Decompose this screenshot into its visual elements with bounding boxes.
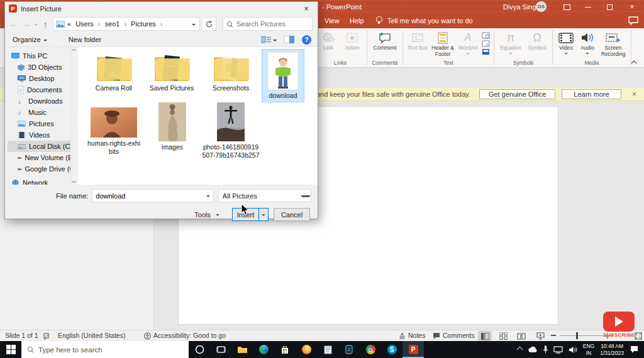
notice-close-icon[interactable]: × <box>632 90 636 99</box>
file-name-combobox[interactable] <box>92 189 214 202</box>
skype-icon[interactable]: S <box>381 341 402 358</box>
learn-more-button[interactable]: Learn more <box>562 89 621 99</box>
cortana-button[interactable] <box>189 341 210 358</box>
breadcrumb-home[interactable]: « <box>67 20 71 28</box>
comments-bubble-icon[interactable] <box>628 16 638 25</box>
ribbon-display-options-button[interactable] <box>558 1 575 13</box>
action-center-icon[interactable] <box>630 345 639 354</box>
image-human-rights-exhibits[interactable]: human-rights-exhibits <box>85 107 143 156</box>
screen-recording-button[interactable]: Screen Recording <box>598 29 628 58</box>
tab-view[interactable]: View <box>325 17 340 24</box>
chrome-icon[interactable] <box>360 341 381 358</box>
dialog-close-button[interactable]: × <box>299 4 314 13</box>
avatar[interactable]: DS <box>536 1 547 12</box>
notes-toggle[interactable]: Notes <box>399 332 425 339</box>
clock-tray[interactable]: 10:48 AM 1/31/2023 <box>600 343 624 355</box>
dialog-titlebar[interactable]: P Insert Picture × <box>5 2 318 15</box>
breadcrumb-item[interactable]: Users <box>75 20 94 28</box>
comment-button[interactable]: Comment <box>370 29 400 52</box>
up-icon[interactable]: ↑ <box>40 19 50 29</box>
preview-pane-button[interactable] <box>284 36 294 43</box>
sidebar-item-local-disk-c[interactable]: Local Disk (C:) <box>8 141 77 152</box>
address-bar[interactable]: « Users › seo1 › Pictures › <box>53 17 200 31</box>
language-tray-indicator[interactable]: ENG IN <box>583 343 594 355</box>
get-genuine-office-button[interactable]: Get genuine Office <box>479 89 556 99</box>
accessibility-status[interactable]: Accessibility: Good to go <box>153 332 226 339</box>
dialog-search-box[interactable] <box>223 17 313 31</box>
close-window-button[interactable]: × <box>624 1 640 13</box>
help-button[interactable]: ? <box>302 35 311 45</box>
folder-screenshots[interactable]: Screenshots <box>204 53 257 92</box>
header-footer-button[interactable]: Header & Footer <box>430 29 456 58</box>
object-button[interactable] <box>482 48 490 55</box>
video-button[interactable]: Video <box>555 29 577 55</box>
account-name[interactable]: Divya Singh <box>503 3 540 11</box>
taskbar-search-box[interactable]: Type here to search <box>21 341 189 358</box>
reading-view-button[interactable] <box>514 331 528 341</box>
sidebar-scrollbar[interactable] <box>70 47 77 185</box>
spellcheck-icon[interactable] <box>43 332 51 340</box>
breadcrumb-item[interactable]: seo1 <box>105 20 120 28</box>
image-photo-1461800919507[interactable]: photo-1461800919507-79b16743b257 <box>201 102 261 160</box>
date-time-button[interactable] <box>482 32 490 39</box>
audio-button[interactable]: Audio <box>577 29 598 55</box>
sidebar-item-music[interactable]: ♪ Music <box>8 107 77 118</box>
change-view-button[interactable] <box>261 36 277 43</box>
sidebar-item-desktop[interactable]: Desktop <box>8 73 77 84</box>
search-input[interactable] <box>236 20 306 28</box>
start-button[interactable] <box>0 341 21 358</box>
speaker-icon[interactable] <box>569 346 577 354</box>
sidebar-item-google-drive-g[interactable]: Google Drive (G: <box>8 163 77 175</box>
file-name-input[interactable] <box>92 192 203 200</box>
folder-saved-pictures[interactable]: Saved Pictures <box>147 53 197 92</box>
slideshow-view-button[interactable] <box>533 331 547 341</box>
sidebar-item-3d-objects[interactable]: 3D Objects <box>8 62 77 73</box>
slide-sorter-view-button[interactable] <box>496 331 510 341</box>
tellme-box[interactable]: Tell me what you want to do <box>387 17 473 24</box>
hidden-icons-chevron[interactable] <box>516 347 523 353</box>
notepad-icon[interactable] <box>317 341 338 358</box>
task-view-button[interactable] <box>210 341 231 358</box>
cancel-button[interactable]: Cancel <box>274 208 310 221</box>
folder-camera-roll[interactable]: Camera Roll <box>89 53 139 92</box>
file-explorer-icon[interactable] <box>231 341 253 358</box>
file-type-dropdown[interactable]: All Pictures <box>218 189 311 202</box>
breadcrumb-item[interactable]: Pictures <box>131 20 156 28</box>
onedrive-cloud-icon[interactable] <box>528 347 538 353</box>
display-connect-icon[interactable] <box>553 346 563 354</box>
address-dropdown-icon[interactable] <box>192 24 196 26</box>
back-icon[interactable]: ← <box>9 19 19 29</box>
collapse-ribbon-button[interactable] <box>630 59 640 67</box>
sidebar-item-videos[interactable]: Videos <box>8 129 77 141</box>
new-folder-button[interactable]: New folder <box>69 36 102 43</box>
minimize-button[interactable] <box>580 1 596 13</box>
slide-number-button[interactable] <box>482 40 490 47</box>
microphone-icon[interactable] <box>543 345 548 354</box>
firefox-icon[interactable] <box>296 341 317 358</box>
organize-button[interactable]: Organize <box>13 36 47 43</box>
microsoft-store-icon[interactable] <box>274 341 296 358</box>
zoom-out-button[interactable] <box>551 335 556 336</box>
sidebar-item-downloads[interactable]: ↓ Downloads <box>8 95 77 107</box>
slide-indicator[interactable]: Slide 1 of 1 <box>5 332 38 339</box>
zoom-slider-thumb[interactable] <box>576 332 578 339</box>
scroll-down-icon[interactable] <box>72 180 76 183</box>
comments-toggle[interactable]: Comments <box>433 332 475 339</box>
recent-locations-icon[interactable] <box>34 24 38 26</box>
language-indicator[interactable]: English (United States) <box>58 332 125 339</box>
insert-button[interactable]: Insert <box>232 208 269 221</box>
image-images[interactable]: images <box>150 102 194 151</box>
forward-icon[interactable]: → <box>21 19 31 29</box>
powerpoint-taskbar-icon[interactable]: P <box>402 341 424 358</box>
zoom-slider-track[interactable] <box>560 335 602 336</box>
edge-icon[interactable] <box>253 341 274 358</box>
sidebar-item-new-volume-e[interactable]: New Volume (E:) <box>8 152 77 163</box>
image-download[interactable]: download <box>262 50 304 102</box>
tools-button[interactable]: Tools <box>194 211 219 219</box>
sidebar-item-pictures[interactable]: Pictures <box>8 118 77 129</box>
combo-dropdown-icon[interactable] <box>206 195 210 197</box>
scroll-up-icon[interactable] <box>72 48 76 52</box>
sidebar-item-this-pc[interactable]: This PC <box>8 50 77 62</box>
sidebar-item-network[interactable]: Network <box>8 177 77 185</box>
normal-view-button[interactable] <box>478 331 492 341</box>
